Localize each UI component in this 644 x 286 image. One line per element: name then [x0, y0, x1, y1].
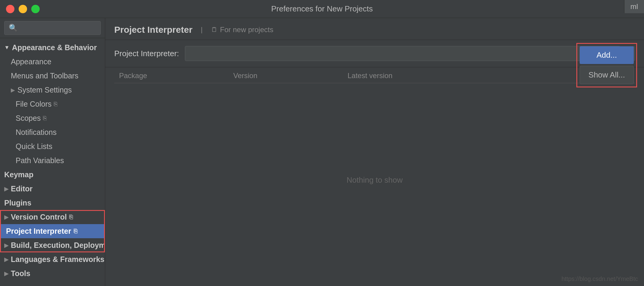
sidebar-item-scopes[interactable]: Scopes ⎘ — [0, 111, 105, 125]
footer-url: https://blog.csdn.net/YmeBtc — [561, 275, 638, 282]
table-body: Nothing to show — [114, 83, 635, 277]
sidebar: ▼ Appearance & Behavior Appearance Menus… — [0, 18, 105, 286]
main-layout: ▼ Appearance & Behavior Appearance Menus… — [0, 18, 644, 286]
breadcrumb: 🗒 For new projects — [211, 26, 273, 34]
triangle-right-icon: ▶ — [4, 214, 8, 221]
content-area: Project Interpreter | 🗒 For new projects… — [105, 18, 644, 286]
minimize-button[interactable] — [19, 5, 27, 13]
packages-table: Package Version Latest version Nothing t… — [114, 67, 635, 277]
interpreter-select-wrapper: ▼ — [185, 46, 635, 61]
window-controls — [6, 5, 40, 13]
close-button[interactable] — [6, 5, 14, 13]
add-button[interactable]: Add... — [580, 46, 634, 64]
maximize-button[interactable] — [31, 5, 40, 13]
triangle-down-icon: ▼ — [4, 44, 10, 51]
sidebar-item-project-interpreter[interactable]: Project Interpreter ⎘ — [0, 224, 105, 238]
document-icon: 🗒 — [211, 26, 218, 34]
content-wrapper: Project Interpreter | 🗒 For new projects… — [105, 18, 644, 286]
sidebar-item-version-control[interactable]: ▶ Version Control ⎘ — [0, 210, 105, 224]
content-header: Project Interpreter | 🗒 For new projects — [105, 18, 644, 40]
col-version: Version — [228, 72, 343, 80]
sidebar-nav: ▼ Appearance & Behavior Appearance Menus… — [0, 38, 105, 286]
title-bar: Preferences for New Projects ml — [0, 0, 644, 18]
sidebar-item-tools[interactable]: ▶ Tools — [0, 266, 105, 281]
triangle-right-icon: ▶ — [4, 186, 8, 192]
interpreter-label: Project Interpreter: — [114, 49, 179, 58]
triangle-right-icon: ▶ — [4, 270, 8, 277]
copy-icon: ⎘ — [43, 115, 47, 122]
sidebar-item-menus-toolbars[interactable]: Menus and Toolbars — [0, 69, 105, 83]
empty-message: Nothing to show — [347, 175, 403, 185]
window-title: Preferences for New Projects — [271, 4, 373, 14]
sidebar-item-appearance-behavior[interactable]: ▼ Appearance & Behavior — [0, 41, 105, 55]
tab-snippet: ml — [624, 0, 644, 13]
sidebar-item-editor[interactable]: ▶ Editor — [0, 182, 105, 196]
triangle-right-icon: ▶ — [4, 242, 8, 249]
sidebar-item-quick-lists[interactable]: Quick Lists — [0, 139, 105, 154]
page-title: Project Interpreter — [114, 25, 192, 35]
copy-icon: ⎘ — [54, 101, 57, 108]
action-buttons-panel: Add... Show All... — [578, 45, 635, 85]
interpreter-select[interactable] — [185, 46, 620, 61]
col-package: Package — [114, 72, 228, 80]
sidebar-item-plugins[interactable]: Plugins — [0, 196, 105, 210]
copy-icon: ⎘ — [69, 214, 73, 221]
sidebar-item-languages-frameworks[interactable]: ▶ Languages & Frameworks — [0, 252, 105, 266]
copy-icon: ⎘ — [74, 228, 77, 235]
triangle-right-icon: ▶ — [4, 256, 8, 263]
sidebar-item-path-variables[interactable]: Path Variables — [0, 154, 105, 168]
show-all-button[interactable]: Show All... — [580, 66, 634, 84]
sidebar-item-appearance[interactable]: Appearance — [0, 55, 105, 69]
table-header: Package Version Latest version — [114, 67, 635, 83]
sidebar-item-build-execution[interactable]: ▶ Build, Execution, Deployment — [0, 238, 105, 252]
sidebar-item-file-colors[interactable]: File Colors ⎘ — [0, 97, 105, 111]
sidebar-item-notifications[interactable]: Notifications — [0, 125, 105, 139]
sidebar-item-keymap[interactable]: Keymap — [0, 168, 105, 182]
sidebar-item-system-settings[interactable]: ▶ System Settings — [0, 83, 105, 97]
search-input[interactable] — [4, 21, 101, 35]
triangle-right-icon: ▶ — [11, 87, 15, 93]
search-bar — [0, 18, 105, 38]
interpreter-row: Project Interpreter: ▼ — [105, 40, 644, 67]
